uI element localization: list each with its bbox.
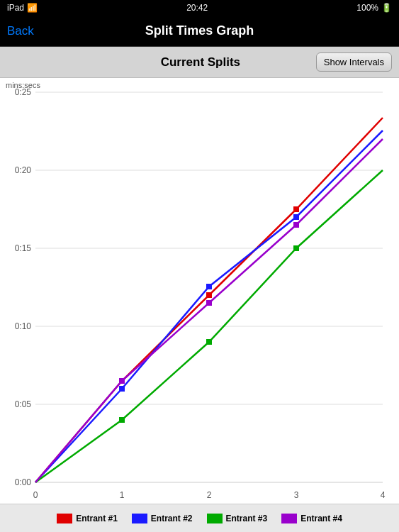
x-tick-4: 4 [381,490,386,500]
legend-item-entrant3: Entrant #3 [207,514,268,523]
dot-e1-2 [206,292,212,298]
legend-label-entrant4: Entrant #4 [300,514,342,523]
svg-rect-10 [281,514,297,523]
y-axis-label: mins:secs [6,81,40,89]
dot-e4-1 [119,378,125,384]
svg-rect-0 [0,78,399,504]
toolbar: Current Splits Show Intervals [0,47,399,78]
y-tick-020: 0:20 [15,165,32,175]
device-label: iPad [7,3,24,13]
x-tick-3: 3 [294,490,299,500]
dot-e2-3 [293,214,299,220]
wifi-icon: 📶 [27,3,38,13]
y-tick-005: 0:05 [15,399,32,409]
battery-icon: 🔋 [381,3,392,13]
status-left: iPad 📶 [7,3,38,13]
legend: Entrant #1 Entrant #2 Entrant #3 Entrant… [0,504,399,532]
dot-e3-3 [293,245,299,251]
toolbar-title: Current Splits [85,55,316,70]
dot-e3-2 [206,339,212,345]
legend-item-entrant1: Entrant #1 [57,514,118,523]
chart-area: mins:secs 0:25 0:20 0:15 0:10 0:05 0:00 … [0,78,399,504]
legend-label-entrant2: Entrant #2 [151,514,193,523]
legend-swatch-entrant2 [132,514,147,523]
status-time: 20:42 [186,3,208,13]
status-right: 100% 🔋 [356,3,392,13]
chart-svg: 0:25 0:20 0:15 0:10 0:05 0:00 0 1 2 3 4 [0,78,399,504]
y-tick-000: 0:00 [15,477,32,487]
dot-e4-2 [206,300,212,306]
status-bar: iPad 📶 20:42 100% 🔋 [0,0,399,16]
nav-title: Split Times Graph [145,23,254,38]
svg-rect-9 [207,514,223,523]
legend-swatch-entrant1 [57,514,72,523]
legend-label-entrant1: Entrant #1 [76,514,118,523]
nav-bar: Back Split Times Graph [0,16,399,47]
legend-label-entrant3: Entrant #3 [226,514,268,523]
show-intervals-button[interactable]: Show Intervals [316,52,392,72]
y-tick-010: 0:10 [15,321,32,331]
x-tick-1: 1 [120,490,125,500]
legend-swatch-entrant4 [281,514,297,523]
dot-e2-1 [119,386,125,392]
battery-label: 100% [356,3,378,13]
x-tick-0: 0 [33,490,38,500]
x-tick-2: 2 [207,490,212,500]
dot-e3-1 [119,417,125,423]
dot-e4-3 [293,222,299,228]
svg-rect-7 [57,514,72,523]
legend-item-entrant4: Entrant #4 [281,514,342,523]
svg-rect-8 [132,514,147,523]
back-button[interactable]: Back [7,24,34,38]
dot-e2-2 [206,284,212,289]
legend-item-entrant2: Entrant #2 [132,514,193,523]
dot-e1-3 [293,206,299,212]
legend-swatch-entrant3 [207,514,223,523]
y-tick-015: 0:15 [15,243,32,253]
